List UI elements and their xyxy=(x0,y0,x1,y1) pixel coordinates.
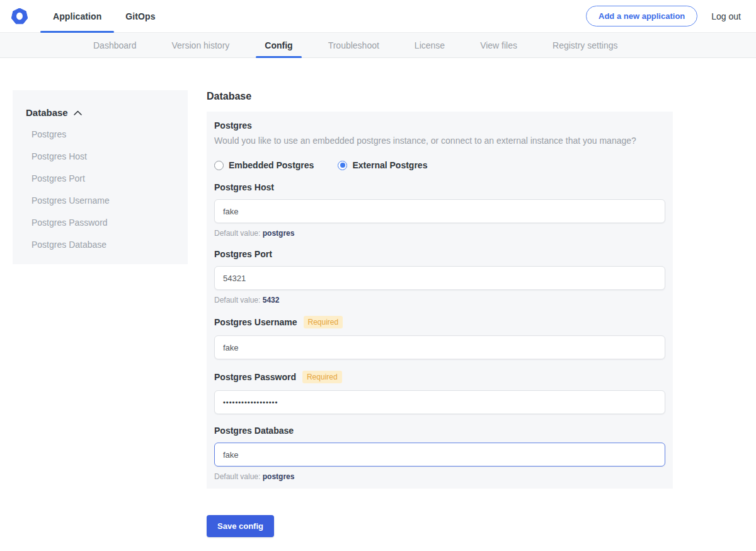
default-value-prefix: Default value: xyxy=(214,296,263,304)
field-label-row: Postgres Database xyxy=(214,426,665,436)
sidebar-item-postgres-password[interactable]: Postgres Password xyxy=(25,211,175,233)
top-header: Application GitOps Add a new application… xyxy=(0,0,756,33)
radio-label: Embedded Postgres xyxy=(229,160,314,170)
postgres-type-radio-group: Embedded Postgres External Postgres xyxy=(214,160,665,170)
config-group-card: Postgres Would you like to use an embedd… xyxy=(207,112,673,489)
group-label: Postgres xyxy=(214,120,665,130)
postgres-database-input[interactable] xyxy=(214,443,665,467)
postgres-username-input[interactable] xyxy=(214,335,665,359)
content-area: Database Postgres Postgres Host Postgres… xyxy=(0,58,756,547)
tab-application[interactable]: Application xyxy=(53,0,101,33)
default-value-text: postgres xyxy=(263,472,295,481)
postgres-port-label: Postgres Port xyxy=(214,249,272,259)
radio-external-postgres[interactable]: External Postgres xyxy=(338,160,427,170)
default-value-helper: Default value: postgres xyxy=(214,229,665,238)
postgres-password-input[interactable] xyxy=(214,390,665,414)
section-title: Database xyxy=(207,91,673,102)
postgres-database-label: Postgres Database xyxy=(214,426,294,436)
subnav-item-dashboard[interactable]: Dashboard xyxy=(93,33,137,58)
required-badge: Required xyxy=(304,316,343,328)
radio-embedded-postgres[interactable]: Embedded Postgres xyxy=(214,160,314,170)
required-badge: Required xyxy=(302,371,342,383)
radio-circle-unselected-icon[interactable] xyxy=(214,161,224,170)
field-label-row: Postgres Port xyxy=(214,249,665,259)
sidebar-group-label: Database xyxy=(26,107,68,118)
field-label-row: Postgres Password Required xyxy=(214,371,665,383)
sidebar-item-postgres-host[interactable]: Postgres Host xyxy=(25,145,175,167)
default-value-text: postgres xyxy=(263,229,295,238)
radio-circle-selected-icon[interactable] xyxy=(338,161,347,170)
subnav-item-version-history[interactable]: Version history xyxy=(172,33,230,58)
subnav-item-troubleshoot[interactable]: Troubleshoot xyxy=(328,33,379,58)
subnav-item-registry-settings[interactable]: Registry settings xyxy=(553,33,617,58)
app-subnav: Dashboard Version history Config Trouble… xyxy=(0,33,756,58)
sidebar-group-database[interactable]: Database xyxy=(25,107,175,118)
subnav-item-view-files[interactable]: View files xyxy=(480,33,517,58)
postgres-username-label: Postgres Username xyxy=(214,317,297,327)
sidebar-item-postgres[interactable]: Postgres xyxy=(25,123,175,145)
add-new-application-button[interactable]: Add a new application xyxy=(586,6,697,26)
logout-link[interactable]: Log out xyxy=(711,11,741,21)
header-right: Add a new application Log out xyxy=(586,6,741,26)
postgres-port-input[interactable] xyxy=(214,266,665,290)
subnav-item-license[interactable]: License xyxy=(415,33,445,58)
postgres-password-label: Postgres Password xyxy=(214,372,296,382)
config-main: Database Postgres Would you like to use … xyxy=(207,90,673,537)
default-value-prefix: Default value: xyxy=(214,472,263,481)
chevron-up-icon xyxy=(74,110,82,115)
field-label-row: Postgres Username Required xyxy=(214,316,665,328)
field-label-row: Postgres Host xyxy=(214,182,665,192)
app-logo-icon[interactable] xyxy=(11,8,28,25)
sidebar-item-postgres-port[interactable]: Postgres Port xyxy=(25,167,175,189)
default-value-helper: Default value: postgres xyxy=(214,472,665,481)
sidebar-item-postgres-username[interactable]: Postgres Username xyxy=(25,189,175,211)
postgres-host-input[interactable] xyxy=(214,199,665,223)
default-value-helper: Default value: 5432 xyxy=(214,296,665,304)
default-value-text: 5432 xyxy=(263,296,280,304)
postgres-host-label: Postgres Host xyxy=(214,182,274,192)
save-config-button[interactable]: Save config xyxy=(207,515,274,537)
config-sidebar: Database Postgres Postgres Host Postgres… xyxy=(13,90,188,264)
default-value-prefix: Default value: xyxy=(214,229,263,238)
sidebar-item-postgres-database[interactable]: Postgres Database xyxy=(25,233,175,255)
group-description: Would you like to use an embedded postgr… xyxy=(214,136,665,146)
radio-label: External Postgres xyxy=(352,160,427,170)
subnav-item-config[interactable]: Config xyxy=(265,33,292,58)
tab-gitops[interactable]: GitOps xyxy=(125,0,155,33)
